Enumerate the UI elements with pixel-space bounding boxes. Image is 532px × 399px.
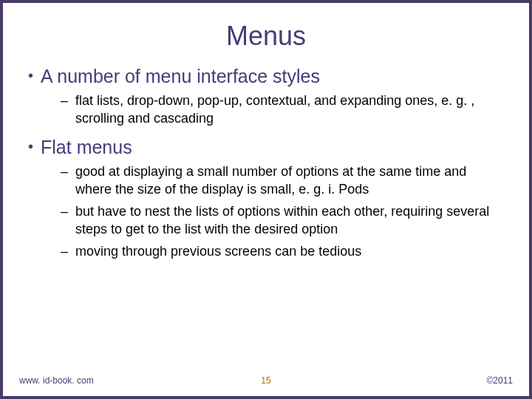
bullet-dash-icon: – [61, 163, 68, 180]
slide-title: Menus [3, 21, 529, 52]
bullet-text: good at displaying a small number of opt… [75, 163, 501, 198]
bullet-text: moving through previous screens can be t… [75, 242, 361, 260]
bullet-text: A number of menu interface styles [41, 65, 320, 87]
slide-content: • A number of menu interface styles – fl… [3, 65, 529, 260]
bullet-level1: • A number of menu interface styles [28, 65, 508, 87]
bullet-dash-icon: – [61, 242, 68, 260]
bullet-dash-icon: – [61, 92, 68, 109]
bullet-text: but have to nest the lists of options wi… [75, 202, 501, 238]
bullet-level2: – moving through previous screens can be… [61, 242, 508, 260]
bullet-dash-icon: – [61, 202, 68, 220]
bullet-dot-icon: • [28, 65, 33, 86]
bullet-level1: • Flat menus [28, 136, 508, 158]
copyright: ©2011 [486, 375, 513, 386]
slide: Menus • A number of menu interface style… [0, 0, 532, 399]
bullet-level2: – good at displaying a small number of o… [61, 163, 508, 198]
bullet-dot-icon: • [28, 136, 33, 157]
bullet-text: flat lists, drop-down, pop-up, contextua… [75, 92, 501, 127]
footer-url: www. id-book. com [19, 375, 94, 386]
footer: www. id-book. com 15 ©2011 [3, 375, 529, 386]
page-number: 15 [261, 375, 270, 386]
bullet-level2: – but have to nest the lists of options … [61, 202, 508, 238]
bullet-level2: – flat lists, drop-down, pop-up, context… [61, 92, 508, 127]
bullet-text: Flat menus [41, 136, 132, 158]
